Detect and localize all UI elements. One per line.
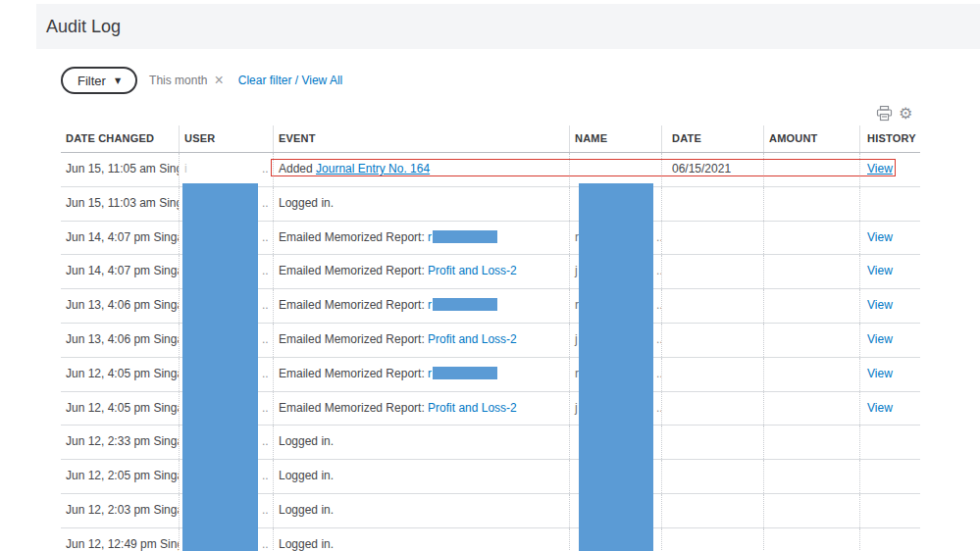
- cell-amount: [763, 528, 859, 551]
- user-text: i: [184, 162, 187, 175]
- cell-user: i..: [179, 153, 273, 186]
- cell-amount: [763, 289, 859, 323]
- cell-date-changed: Jun 12, 2:03 pm Singa...: [61, 494, 179, 527]
- history-view-link[interactable]: View: [867, 230, 893, 244]
- column-header-name: NAME: [569, 125, 661, 152]
- cell-history: [859, 460, 920, 493]
- cell-event: Emailed Memorized Report: Profit and Los…: [273, 255, 569, 288]
- filter-button[interactable]: Filter ▼: [61, 67, 137, 94]
- cell-amount: [763, 324, 859, 357]
- history-view-link[interactable]: View: [867, 264, 893, 277]
- cell-date: [661, 426, 763, 459]
- event-text: Logged in.: [279, 469, 334, 482]
- cell-date-changed: Jun 15, 11:03 am Singa...: [61, 187, 179, 221]
- active-filter-label: This month: [149, 74, 207, 87]
- close-icon[interactable]: ×: [214, 75, 223, 86]
- user-ellipsis: ..: [262, 222, 269, 254]
- redaction-box: [433, 367, 497, 379]
- gear-icon[interactable]: ⚙: [899, 105, 915, 122]
- cell-date-changed: Jun 12, 4:05 pm Singa...: [61, 358, 179, 391]
- cell-date-changed: Jun 12, 2:05 pm Singa...: [61, 460, 179, 493]
- history-view-link[interactable]: View: [867, 298, 893, 312]
- filter-button-label: Filter: [77, 74, 106, 88]
- page-title: Audit Log: [36, 4, 980, 49]
- cell-amount: [763, 392, 859, 426]
- user-ellipsis: ..: [262, 289, 269, 322]
- history-view-link[interactable]: View: [867, 367, 893, 380]
- cell-history: [859, 494, 920, 527]
- event-link[interactable]: Profit and Loss-2: [428, 332, 517, 346]
- cell-history: [859, 426, 920, 459]
- user-ellipsis: ..: [262, 392, 269, 425]
- user-ellipsis: ..: [262, 426, 269, 458]
- cell-date: [661, 494, 763, 527]
- name-text: j: [575, 264, 578, 277]
- cell-date: [661, 187, 763, 221]
- event-text: Emailed Memorized Report:: [279, 401, 428, 415]
- printer-icon[interactable]: [876, 105, 893, 122]
- column-header-user: USER: [179, 125, 273, 152]
- cell-date: [661, 528, 763, 551]
- cell-event: Logged in.: [273, 460, 569, 493]
- audit-log-table: DATE CHANGED USER EVENT NAME DATE AMOUNT…: [61, 125, 920, 551]
- cell-date-changed: Jun 13, 4:06 pm Singa...: [61, 324, 179, 357]
- cell-history: View: [859, 255, 920, 288]
- table-header-row: DATE CHANGED USER EVENT NAME DATE AMOUNT…: [61, 125, 920, 153]
- cell-date: [661, 289, 763, 323]
- highlight-box: [271, 159, 896, 176]
- cell-date-changed: Jun 12, 4:05 pm Singa...: [61, 392, 179, 426]
- clear-filter-link[interactable]: Clear filter / View All: [238, 74, 342, 87]
- cell-history: [859, 528, 920, 551]
- cell-date-changed: Jun 12, 2:33 pm Singa...: [61, 426, 179, 459]
- event-text: Logged in.: [279, 503, 334, 517]
- cell-history: View: [859, 392, 920, 426]
- cell-date-changed: Jun 15, 11:05 am Singa...: [61, 153, 179, 186]
- cell-date-changed: Jun 12, 12:49 pm Sing...: [61, 528, 179, 551]
- filter-bar: Filter ▼ This month × Clear filter / Vie…: [61, 67, 342, 94]
- user-ellipsis: ..: [262, 324, 269, 356]
- history-view-link[interactable]: View: [867, 332, 893, 346]
- name-text: j: [575, 401, 578, 415]
- cell-history: View: [859, 222, 920, 255]
- event-link[interactable]: Profit and Loss-2: [428, 401, 517, 415]
- name-text: j: [575, 332, 578, 346]
- cell-event: Emailed Memorized Report: r: [273, 222, 569, 255]
- event-link[interactable]: r: [428, 367, 432, 380]
- cell-event: Logged in.: [273, 494, 569, 527]
- event-link[interactable]: r: [428, 298, 432, 312]
- cell-history: View: [859, 324, 920, 357]
- name-redaction-overlay: [579, 183, 653, 551]
- history-view-link[interactable]: View: [867, 401, 893, 415]
- cell-amount: [763, 222, 859, 255]
- cell-event: Emailed Memorized Report: r: [273, 358, 569, 391]
- user-ellipsis: ..: [262, 460, 269, 492]
- event-text: Logged in.: [279, 434, 334, 448]
- cell-event: Logged in.: [273, 426, 569, 459]
- page-header: Audit Log: [36, 4, 980, 49]
- user-ellipsis: ..: [262, 255, 269, 287]
- event-text: Emailed Memorized Report:: [279, 298, 428, 312]
- cell-event: Emailed Memorized Report: r: [273, 289, 569, 323]
- event-text: Emailed Memorized Report:: [279, 264, 428, 277]
- column-header-event: EVENT: [273, 125, 569, 152]
- column-header-date: DATE: [661, 125, 763, 152]
- cell-amount: [763, 494, 859, 527]
- user-ellipsis: ..: [262, 187, 269, 220]
- cell-amount: [763, 255, 859, 288]
- column-header-amount: AMOUNT: [763, 125, 859, 152]
- cell-event: Logged in.: [273, 187, 569, 221]
- cell-event: Emailed Memorized Report: Profit and Los…: [273, 324, 569, 357]
- event-link[interactable]: Profit and Loss-2: [428, 264, 517, 277]
- user-ellipsis: ..: [262, 528, 269, 551]
- cell-date: [661, 255, 763, 288]
- user-redaction-overlay: [182, 183, 258, 551]
- active-filter-chip: This month ×: [149, 74, 224, 87]
- cell-event: Logged in.: [273, 528, 569, 551]
- cell-date-changed: Jun 14, 4:07 pm Singa...: [61, 255, 179, 288]
- redaction-box: [433, 298, 497, 311]
- cell-date: [661, 392, 763, 426]
- user-ellipsis: ..: [262, 494, 269, 526]
- cell-date: [661, 358, 763, 391]
- cell-date-changed: Jun 13, 4:06 pm Singa...: [61, 289, 179, 323]
- event-link[interactable]: r: [428, 230, 432, 244]
